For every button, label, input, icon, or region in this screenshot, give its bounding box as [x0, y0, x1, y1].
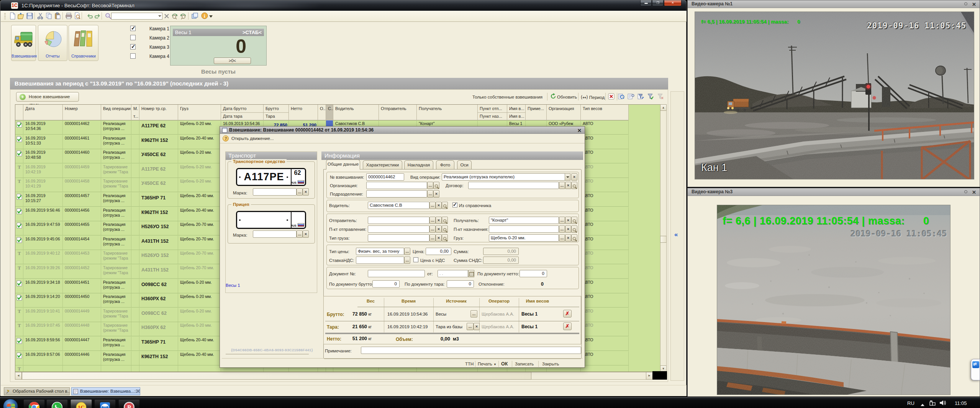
scroll-right-icon[interactable]: ► [646, 372, 653, 380]
column-header-brutto[interactable]: БруттоТара [264, 105, 289, 120]
cargo-select-button[interactable]: ... [559, 234, 565, 242]
nds-select-button[interactable]: ... [404, 257, 410, 264]
column-header-imya[interactable]: Имя в...Имя в... [507, 105, 526, 120]
org-search-button[interactable] [433, 182, 439, 189]
cargotype-select-button[interactable]: ... [429, 234, 436, 242]
column-header-vehicle[interactable]: Номер тр.ср. [139, 105, 178, 120]
cut-icon[interactable] [37, 12, 44, 20]
receiver-select-button[interactable]: ... [559, 217, 565, 224]
pto-clear-button[interactable]: × [565, 225, 571, 233]
dialog-titlebar[interactable]: Взвешивание: Взвешивание 00000014462 от … [220, 127, 585, 134]
from-dict-checkbox[interactable] [452, 202, 457, 207]
save-button[interactable]: Записать [515, 360, 534, 368]
combo-dropdown-icon[interactable] [158, 15, 161, 18]
clear-search-icon[interactable] [164, 13, 171, 21]
redo-icon[interactable] [94, 12, 101, 20]
vehicle-marka-input[interactable] [253, 188, 297, 196]
cargotype-input[interactable] [368, 234, 429, 242]
column-header-dbrutto[interactable]: Дата бруттоДата тара [221, 105, 264, 120]
brutto-source-select-button[interactable]: ... [470, 310, 477, 318]
windows-cascade-icon[interactable] [191, 12, 198, 20]
zoom-in-icon[interactable] [171, 12, 179, 20]
info-icon[interactable]: i [201, 12, 208, 20]
window-titlebar[interactable]: 1С 1С:Предприятие - ВесыСофт: ВесовойТер… [0, 0, 686, 11]
trailer-marka-clear-button[interactable]: × [303, 230, 309, 238]
note-input[interactable] [361, 347, 581, 354]
trailer-marka-select-button[interactable]: ... [297, 230, 303, 238]
driver-input[interactable]: Савостиков С.В [368, 202, 429, 209]
restore-button[interactable]: ❐ [652, 0, 664, 6]
pfrom-input[interactable] [368, 225, 429, 233]
tray-expand-icon[interactable] [920, 402, 925, 408]
list-settings-icon[interactable] [628, 93, 634, 100]
taskbar-whatsapp-button[interactable] [46, 399, 68, 408]
camera1-close-icon[interactable]: ✕ [972, 1, 976, 8]
calendar-icon[interactable] [468, 270, 474, 277]
dogovor-select-button[interactable]: ... [559, 182, 565, 189]
column-header-prim[interactable]: Приме... [526, 105, 547, 120]
filter-settings-icon[interactable] [637, 93, 644, 100]
taskbar-rkeeper-button[interactable]: Р [118, 399, 140, 408]
scroll-left-icon[interactable]: ◄ [15, 372, 22, 380]
doctara-input[interactable]: 0 [447, 280, 474, 288]
pfrom-select-button[interactable]: ... [429, 225, 436, 233]
toolbar-grip[interactable] [4, 13, 6, 20]
minimize-button[interactable]: ▬ [640, 0, 652, 6]
column-header-punkt[interactable]: Пункт отп...Пункт наз... [478, 105, 507, 120]
new-document-icon[interactable] [9, 12, 16, 20]
column-header-op[interactable]: Вид операции [101, 105, 131, 120]
brutto-delete-button[interactable]: ✗ [563, 310, 572, 318]
column-header-icon[interactable] [15, 105, 23, 120]
dialog-tab-4[interactable]: Фото [436, 160, 454, 169]
driver-search-button[interactable] [442, 202, 448, 209]
column-header-s[interactable]: С.. [326, 105, 333, 120]
podr-select-button[interactable]: ... [427, 190, 433, 197]
status-tab-desktop[interactable]: Обработка Рабочий стол в... [4, 387, 70, 395]
tara-source-select-button[interactable]: ... [467, 323, 474, 330]
ttn-button[interactable]: ТТН [465, 360, 474, 368]
sender-search-button[interactable] [442, 217, 448, 224]
docnetto-input[interactable]: 0 [519, 270, 547, 277]
print-preview-icon[interactable] [74, 12, 81, 20]
cargo-input[interactable]: Щебень 0-20 мм. [489, 234, 559, 242]
optype-dropdown-icon[interactable] [565, 173, 570, 181]
column-header-mt[interactable]: М.т... [131, 105, 139, 120]
docbrutto-input[interactable]: 0 [372, 280, 400, 288]
price-input[interactable]: 0,00 [426, 248, 451, 255]
period-button[interactable]: (↔) Период [581, 95, 605, 100]
sender-input[interactable] [368, 217, 429, 224]
search-combobox[interactable] [111, 13, 162, 20]
weighing-num-input[interactable]: 00000014462 [366, 173, 404, 181]
vehicle-plate[interactable]: А117РЕ 62 RUS [236, 168, 306, 186]
tara-delete-button[interactable]: ✗ [563, 322, 572, 330]
nav-button-vzveshivaniya[interactable]: Взвешивания [11, 25, 36, 61]
open-icon[interactable] [17, 12, 25, 20]
close-button[interactable]: ✕ [664, 0, 682, 6]
filter-on-icon[interactable] [647, 93, 654, 100]
nav-button-spravochniki[interactable]: Справочники [69, 25, 98, 61]
cargo-search-button[interactable] [571, 234, 577, 242]
camera-checkbox-4[interactable] [130, 53, 136, 59]
driver-select-button[interactable]: ... [429, 202, 436, 209]
scale-link[interactable]: Весы 1 [226, 283, 240, 288]
cargo-clear-button[interactable]: × [565, 234, 571, 242]
table-vscrollbar[interactable]: ▲▼ [660, 104, 667, 372]
dialog-tab-2[interactable]: Характеристики [363, 160, 402, 169]
camera-checkbox-3[interactable] [130, 44, 136, 49]
status-tab-weighing[interactable]: Взвешивание: Взвешива...:36 [71, 387, 140, 395]
print-icon[interactable] [65, 12, 72, 20]
refresh-label[interactable]: Обновить [557, 95, 577, 99]
taskbar-1c-button[interactable]: 1С [70, 399, 92, 408]
close-dialog-button[interactable]: Закрыть [542, 360, 559, 368]
column-header-num[interactable]: Номер [63, 105, 101, 120]
zero-button[interactable]: >0< [214, 58, 251, 64]
doc-date-input[interactable]: . . [438, 270, 468, 277]
camera3-titlebar[interactable]: Видео-камера №3 ✕ [688, 188, 980, 196]
column-header-cargo[interactable]: Груз [178, 105, 221, 120]
save-icon[interactable] [26, 12, 33, 20]
taskbar-chrome-button[interactable] [23, 399, 45, 408]
start-button[interactable] [3, 399, 18, 408]
nav-button-otchety[interactable]: Отчеты [38, 25, 67, 61]
org-select-button[interactable]: ... [427, 182, 433, 189]
dialog-tab-1[interactable]: Общие данные [326, 160, 360, 169]
